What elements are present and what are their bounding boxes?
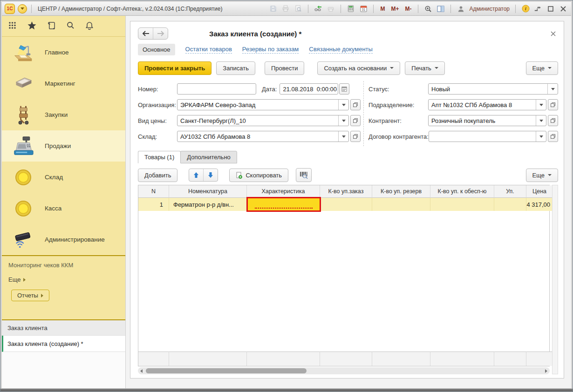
back-button[interactable]: [138, 28, 153, 39]
memory-minus-button[interactable]: M-: [404, 6, 412, 12]
tab-dopolnitelno[interactable]: Дополнительно: [180, 151, 237, 163]
tab-ostatki-tovarov[interactable]: Остатки товаров: [185, 46, 232, 54]
more-button[interactable]: Еще: [526, 61, 558, 75]
organization-input[interactable]: ЭРКАФАРМ Северо-Запад: [177, 99, 349, 110]
print-icon[interactable]: [281, 5, 290, 13]
move-up-icon[interactable]: [189, 169, 203, 181]
create-based-on-button[interactable]: Создать на основании: [317, 61, 400, 75]
sidebar-item-sklad[interactable]: Склад: [2, 162, 125, 193]
warehouse-input[interactable]: АУ1032 СПб Абрамова 8: [177, 131, 349, 142]
vertical-scrollbar[interactable]: [552, 185, 558, 374]
print-preview-icon[interactable]: [294, 5, 302, 13]
price-type-input[interactable]: Санкт-Петербург(Л)_10: [177, 115, 349, 126]
contract-input[interactable]: [429, 131, 546, 142]
split-window-icon[interactable]: [437, 5, 445, 13]
sidebar-item-prodazhi[interactable]: Продажи: [2, 130, 125, 162]
reports-button[interactable]: Отчеты: [11, 290, 49, 301]
tab-osnovnoe[interactable]: Основное: [138, 44, 175, 55]
department-open-icon[interactable]: [548, 99, 558, 110]
column-header[interactable]: К-во уп. резерв: [372, 185, 430, 198]
cell-qty-supply[interactable]: [430, 198, 494, 211]
notifications-bell-icon[interactable]: [86, 21, 93, 31]
maximize-icon[interactable]: [546, 5, 555, 13]
cell-price[interactable]: 4 317,00: [526, 198, 553, 211]
cell-nomenclature[interactable]: Ферматрон р-р д/вн...: [169, 198, 247, 211]
organization-open-icon[interactable]: [350, 99, 361, 110]
sidebar-item-marketing[interactable]: Маркетинг: [2, 68, 125, 99]
window-list-item[interactable]: Заказ клиента: [2, 320, 125, 336]
server-print-icon[interactable]: [327, 5, 335, 13]
add-row-button[interactable]: Добавить: [138, 169, 177, 182]
copy-row-button[interactable]: Скопировать: [229, 169, 288, 182]
sidebar-item-monitoring[interactable]: Мониторинг чеков ККМ: [8, 262, 125, 269]
search-icon[interactable]: [67, 21, 75, 31]
save-icon[interactable]: [269, 5, 277, 13]
contract-open-icon[interactable]: [548, 131, 558, 142]
cell-qty-reserve[interactable]: [372, 198, 430, 211]
column-header[interactable]: К-во уп.заказ: [320, 185, 372, 198]
column-header[interactable]: Номенклатура: [169, 185, 247, 198]
favorites-star-icon[interactable]: [27, 21, 36, 31]
sidebar-item-zakupki[interactable]: Закупки: [2, 99, 125, 130]
close-window-icon[interactable]: [559, 5, 567, 13]
write-button[interactable]: Записать: [216, 61, 255, 75]
counterparty-input[interactable]: Розничный покупатель: [428, 115, 546, 126]
forward-button[interactable]: [153, 28, 168, 39]
move-down-icon[interactable]: [203, 169, 218, 181]
chevron-down-icon[interactable]: [547, 84, 558, 94]
department-input[interactable]: Апт №1032 СПб Абрамова 8: [428, 99, 546, 110]
post-and-close-button[interactable]: Провести и закрыть: [138, 61, 211, 75]
chevron-down-icon[interactable]: [338, 115, 348, 126]
chevron-down-icon[interactable]: [338, 131, 348, 142]
chevron-down-icon[interactable]: [338, 100, 348, 110]
column-header[interactable]: Уп.: [494, 185, 526, 198]
barcode-scan-icon[interactable]: [296, 168, 312, 182]
chevron-down-icon[interactable]: [536, 131, 546, 142]
close-form-icon[interactable]: [548, 28, 558, 39]
sidebar-item-kassa[interactable]: Касса: [2, 193, 125, 224]
cell-qty-order[interactable]: [320, 198, 372, 211]
horizontal-scrollbar[interactable]: [138, 367, 550, 374]
table-more-button[interactable]: Еще: [526, 169, 558, 182]
menu-grid-icon[interactable]: [8, 21, 16, 31]
sidebar-item-administrirovanie[interactable]: Администрирование: [2, 224, 125, 255]
warehouse-open-icon[interactable]: [350, 131, 361, 142]
column-header[interactable]: К-во уп. к обесп-ю: [430, 185, 494, 198]
post-button[interactable]: Провести: [265, 61, 305, 75]
calculator-icon[interactable]: [347, 5, 355, 13]
calendar-icon[interactable]: 31: [359, 5, 368, 13]
tab-tovary[interactable]: Товары (1): [138, 151, 181, 163]
dock-window-icon[interactable]: [534, 5, 542, 13]
cell-line-number[interactable]: 1: [138, 198, 169, 211]
counterparty-open-icon[interactable]: [548, 115, 558, 126]
price-type-open-icon[interactable]: [350, 115, 361, 126]
cell-unit[interactable]: [494, 198, 526, 211]
tab-rezervy-po-zakazam[interactable]: Резервы по заказам: [242, 46, 299, 54]
table-row[interactable]: 1 Ферматрон р-р д/вн... 4 317,00: [138, 198, 549, 211]
date-input[interactable]: 21.08.2018 0:00:00: [280, 83, 338, 95]
sidebar-more-link[interactable]: Еще: [8, 276, 125, 283]
zoom-in-icon[interactable]: [424, 5, 432, 13]
column-header[interactable]: N: [138, 185, 169, 198]
cell-characteristic-active[interactable]: [246, 197, 321, 212]
memory-plus-button[interactable]: M+: [390, 6, 400, 12]
column-header[interactable]: Цена: [526, 185, 553, 198]
info-icon[interactable]: i: [521, 5, 530, 13]
chevron-down-icon[interactable]: [536, 100, 546, 110]
calendar-picker-icon[interactable]: [339, 83, 349, 95]
column-header[interactable]: Характеристика: [247, 185, 320, 198]
status-input[interactable]: Новый: [428, 83, 558, 95]
window-list-item-active[interactable]: Заказ клиента (создание) *: [2, 336, 125, 352]
chevron-down-icon[interactable]: [536, 115, 546, 126]
scrollbar-thumb[interactable]: [146, 368, 307, 373]
print-button[interactable]: Печать: [405, 61, 445, 75]
memory-button[interactable]: M: [379, 6, 386, 12]
history-scroll-icon[interactable]: [48, 21, 55, 31]
sidebar-item-glavnoe[interactable]: Главное: [2, 37, 125, 68]
tab-svyazannye-dokumenty[interactable]: Связанные документы: [309, 46, 373, 54]
current-user-label[interactable]: Администратор: [469, 6, 510, 12]
quick-menu-button[interactable]: [18, 4, 27, 14]
scroll-left-icon[interactable]: [140, 369, 143, 373]
number-input[interactable]: [177, 83, 256, 95]
sync-link-icon[interactable]: [314, 5, 322, 13]
